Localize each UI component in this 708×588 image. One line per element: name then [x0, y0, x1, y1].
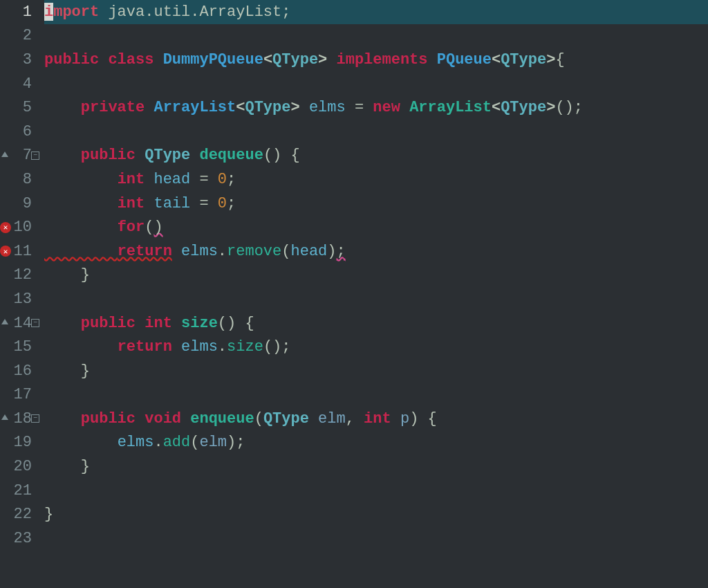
code-token: (); [263, 338, 291, 356]
override-icon[interactable] [1, 319, 8, 324]
code-line[interactable] [44, 120, 708, 144]
fold-icon[interactable]: − [31, 319, 39, 327]
code-token: > [290, 99, 299, 116]
code-token: new [373, 99, 400, 116]
code-line[interactable] [44, 24, 708, 48]
code-line[interactable]: } [44, 264, 708, 288]
code-token: QType [145, 147, 190, 164]
code-token: 0 [218, 195, 227, 212]
line-gutter: 1234567−8910✕11✕121314−15161718−19202122… [0, 0, 37, 588]
code-line[interactable]: elms.add(elm); [44, 431, 708, 455]
code-token: public [81, 315, 136, 332]
code-token [44, 147, 81, 164]
code-token: head [290, 243, 327, 260]
code-token: . [153, 434, 162, 451]
code-token: } [81, 458, 90, 475]
code-token: } [81, 266, 90, 284]
code-token: head [153, 171, 190, 188]
code-token [44, 219, 118, 236]
error-icon[interactable]: ✕ [0, 222, 11, 233]
code-line[interactable]: int tail = 0; [44, 192, 708, 216]
code-token: for [118, 219, 145, 236]
code-token [428, 51, 437, 68]
line-number: 11✕ [0, 239, 37, 264]
fold-icon[interactable]: − [31, 414, 39, 423]
code-token [300, 99, 309, 116]
code-line[interactable]: } [44, 359, 708, 383]
code-line[interactable]: public int size() { [44, 311, 708, 336]
code-line[interactable]: import java.util.ArrayList; [44, 0, 708, 24]
code-token: int [145, 315, 172, 332]
line-number: 16 [0, 359, 37, 383]
code-token: remove [227, 243, 281, 260]
code-token: import [44, 3, 99, 21]
code-token: ) [153, 219, 162, 236]
code-token: size [227, 338, 263, 356]
error-icon[interactable]: ✕ [0, 246, 11, 257]
override-icon[interactable] [1, 414, 8, 420]
code-token: } [81, 362, 90, 380]
line-number: 21 [0, 479, 37, 503]
code-token: return [118, 338, 172, 356]
override-icon[interactable] [1, 151, 8, 157]
line-number: 20 [0, 454, 37, 479]
code-line[interactable]: for() [44, 215, 708, 239]
code-line[interactable]: public QType dequeue() { [44, 144, 708, 168]
code-token: < [263, 51, 272, 68]
line-number: 5 [0, 95, 37, 120]
code-token [190, 147, 199, 164]
code-token: ; [227, 171, 236, 188]
code-line[interactable]: private ArrayList<QType> elms = new Arra… [44, 95, 708, 120]
code-token: elms [309, 99, 346, 116]
code-token [153, 51, 162, 68]
code-line[interactable] [44, 383, 708, 407]
code-token [44, 362, 81, 380]
code-token: . [218, 338, 227, 356]
code-line[interactable] [44, 526, 708, 551]
code-line[interactable]: return elms.remove(head); [44, 239, 708, 264]
code-token: ) [327, 243, 336, 260]
code-token: 0 [218, 171, 227, 188]
line-number: 6 [0, 120, 37, 144]
code-token: size [181, 315, 218, 332]
code-line[interactable]: int head = 0; [44, 167, 708, 192]
code-token: > [318, 51, 327, 68]
fold-icon[interactable]: − [31, 151, 39, 160]
code-editor[interactable]: 1234567−8910✕11✕121314−15161718−19202122… [0, 0, 708, 588]
code-token [44, 99, 81, 116]
line-number: 17 [0, 383, 37, 407]
code-area[interactable]: import java.util.ArrayList;public class … [37, 0, 708, 588]
code-token [44, 458, 81, 475]
code-token: ( [190, 434, 199, 451]
code-line[interactable] [44, 287, 708, 311]
code-token: public [44, 51, 99, 68]
code-token [145, 171, 153, 188]
code-token: elm [318, 410, 346, 428]
line-number: 2 [0, 24, 37, 48]
code-token [400, 99, 409, 116]
code-line[interactable] [44, 72, 708, 96]
code-token [172, 315, 181, 332]
code-token: > [546, 51, 555, 68]
code-token [136, 315, 145, 332]
code-token [136, 410, 145, 428]
code-line[interactable]: public class DummyPQueue<QType> implemen… [44, 48, 708, 72]
code-token [391, 410, 400, 428]
code-token: ( [281, 243, 290, 260]
code-line[interactable]: return elms.size(); [44, 335, 708, 359]
code-token [309, 410, 318, 428]
code-line[interactable]: } [44, 454, 708, 479]
code-token [44, 434, 118, 451]
code-line[interactable]: public void enqueue(QType elm, int p) { [44, 407, 708, 431]
code-token: dequeue [199, 147, 263, 164]
line-number: 7− [0, 144, 37, 168]
code-token: ( [254, 410, 263, 428]
code-token: elm [199, 434, 227, 451]
code-token: ) { [409, 410, 437, 428]
code-token: < [492, 99, 501, 116]
code-line[interactable]: } [44, 502, 708, 526]
code-token [145, 195, 153, 212]
code-line[interactable] [44, 479, 708, 503]
code-token: () { [263, 147, 300, 164]
code-token [136, 147, 145, 164]
